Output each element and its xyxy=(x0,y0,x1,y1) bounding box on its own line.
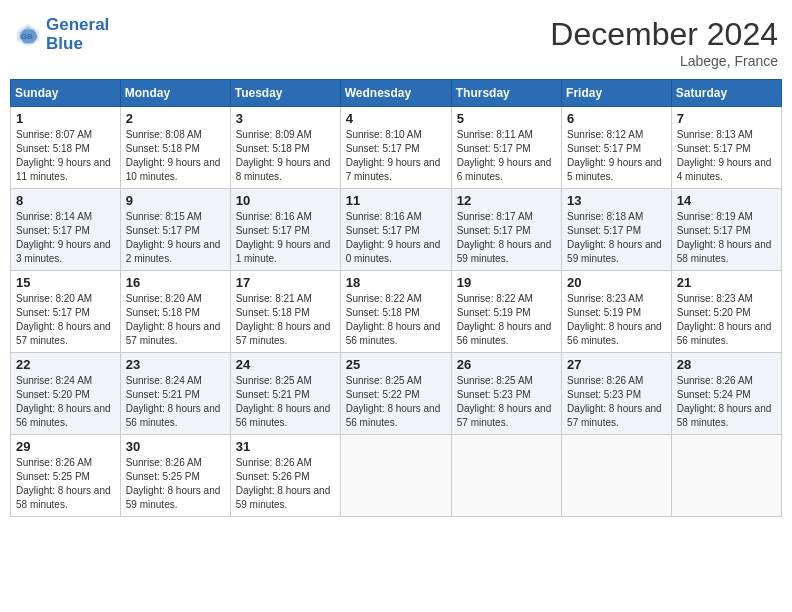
sunset-label: Sunset: 5:23 PM xyxy=(457,389,531,400)
day-info: Sunrise: 8:14 AM Sunset: 5:17 PM Dayligh… xyxy=(16,210,115,266)
header-tuesday: Tuesday xyxy=(230,80,340,107)
sunrise-label: Sunrise: 8:21 AM xyxy=(236,293,312,304)
sunrise-label: Sunrise: 8:10 AM xyxy=(346,129,422,140)
daylight-label: Daylight: 9 hours and 1 minute. xyxy=(236,239,331,264)
calendar-cell: 13 Sunrise: 8:18 AM Sunset: 5:17 PM Dayl… xyxy=(562,189,672,271)
calendar-cell: 10 Sunrise: 8:16 AM Sunset: 5:17 PM Dayl… xyxy=(230,189,340,271)
day-info: Sunrise: 8:20 AM Sunset: 5:18 PM Dayligh… xyxy=(126,292,225,348)
calendar-cell: 23 Sunrise: 8:24 AM Sunset: 5:21 PM Dayl… xyxy=(120,353,230,435)
day-info: Sunrise: 8:21 AM Sunset: 5:18 PM Dayligh… xyxy=(236,292,335,348)
sunrise-label: Sunrise: 8:26 AM xyxy=(236,457,312,468)
day-info: Sunrise: 8:25 AM Sunset: 5:23 PM Dayligh… xyxy=(457,374,556,430)
sunrise-label: Sunrise: 8:20 AM xyxy=(126,293,202,304)
calendar-cell: 11 Sunrise: 8:16 AM Sunset: 5:17 PM Dayl… xyxy=(340,189,451,271)
sunset-label: Sunset: 5:17 PM xyxy=(16,225,90,236)
calendar-cell: 21 Sunrise: 8:23 AM Sunset: 5:20 PM Dayl… xyxy=(671,271,781,353)
day-info: Sunrise: 8:07 AM Sunset: 5:18 PM Dayligh… xyxy=(16,128,115,184)
sunrise-label: Sunrise: 8:26 AM xyxy=(16,457,92,468)
sunset-label: Sunset: 5:17 PM xyxy=(236,225,310,236)
day-number: 28 xyxy=(677,357,776,372)
day-info: Sunrise: 8:19 AM Sunset: 5:17 PM Dayligh… xyxy=(677,210,776,266)
calendar-cell: 6 Sunrise: 8:12 AM Sunset: 5:17 PM Dayli… xyxy=(562,107,672,189)
sunrise-label: Sunrise: 8:18 AM xyxy=(567,211,643,222)
sunrise-label: Sunrise: 8:20 AM xyxy=(16,293,92,304)
day-number: 27 xyxy=(567,357,666,372)
day-number: 17 xyxy=(236,275,335,290)
sunset-label: Sunset: 5:18 PM xyxy=(126,143,200,154)
calendar-cell: 29 Sunrise: 8:26 AM Sunset: 5:25 PM Dayl… xyxy=(11,435,121,517)
sunrise-label: Sunrise: 8:26 AM xyxy=(677,375,753,386)
day-number: 30 xyxy=(126,439,225,454)
sunrise-label: Sunrise: 8:08 AM xyxy=(126,129,202,140)
day-info: Sunrise: 8:26 AM Sunset: 5:23 PM Dayligh… xyxy=(567,374,666,430)
sunrise-label: Sunrise: 8:26 AM xyxy=(567,375,643,386)
daylight-label: Daylight: 9 hours and 0 minutes. xyxy=(346,239,441,264)
daylight-label: Daylight: 9 hours and 7 minutes. xyxy=(346,157,441,182)
sunrise-label: Sunrise: 8:15 AM xyxy=(126,211,202,222)
calendar-cell: 12 Sunrise: 8:17 AM Sunset: 5:17 PM Dayl… xyxy=(451,189,561,271)
header-wednesday: Wednesday xyxy=(340,80,451,107)
calendar-cell: 17 Sunrise: 8:21 AM Sunset: 5:18 PM Dayl… xyxy=(230,271,340,353)
sunset-label: Sunset: 5:18 PM xyxy=(346,307,420,318)
day-number: 13 xyxy=(567,193,666,208)
sunset-label: Sunset: 5:18 PM xyxy=(236,307,310,318)
calendar-cell: 20 Sunrise: 8:23 AM Sunset: 5:19 PM Dayl… xyxy=(562,271,672,353)
sunset-label: Sunset: 5:17 PM xyxy=(567,143,641,154)
day-info: Sunrise: 8:11 AM Sunset: 5:17 PM Dayligh… xyxy=(457,128,556,184)
calendar-cell: 16 Sunrise: 8:20 AM Sunset: 5:18 PM Dayl… xyxy=(120,271,230,353)
logo-text: General Blue xyxy=(46,16,109,53)
day-number: 21 xyxy=(677,275,776,290)
calendar-cell xyxy=(340,435,451,517)
sunrise-label: Sunrise: 8:14 AM xyxy=(16,211,92,222)
sunrise-label: Sunrise: 8:26 AM xyxy=(126,457,202,468)
calendar-cell: 4 Sunrise: 8:10 AM Sunset: 5:17 PM Dayli… xyxy=(340,107,451,189)
sunrise-label: Sunrise: 8:13 AM xyxy=(677,129,753,140)
daylight-label: Daylight: 8 hours and 57 minutes. xyxy=(126,321,221,346)
logo: GB General Blue xyxy=(14,16,109,53)
weekday-header-row: SundayMondayTuesdayWednesdayThursdayFrid… xyxy=(11,80,782,107)
day-info: Sunrise: 8:26 AM Sunset: 5:25 PM Dayligh… xyxy=(16,456,115,512)
calendar-cell: 22 Sunrise: 8:24 AM Sunset: 5:20 PM Dayl… xyxy=(11,353,121,435)
daylight-label: Daylight: 9 hours and 4 minutes. xyxy=(677,157,772,182)
sunrise-label: Sunrise: 8:16 AM xyxy=(346,211,422,222)
calendar-cell xyxy=(562,435,672,517)
daylight-label: Daylight: 8 hours and 56 minutes. xyxy=(567,321,662,346)
calendar-cell: 28 Sunrise: 8:26 AM Sunset: 5:24 PM Dayl… xyxy=(671,353,781,435)
calendar-cell xyxy=(451,435,561,517)
day-number: 4 xyxy=(346,111,446,126)
sunset-label: Sunset: 5:23 PM xyxy=(567,389,641,400)
day-info: Sunrise: 8:23 AM Sunset: 5:19 PM Dayligh… xyxy=(567,292,666,348)
daylight-label: Daylight: 9 hours and 8 minutes. xyxy=(236,157,331,182)
day-info: Sunrise: 8:24 AM Sunset: 5:20 PM Dayligh… xyxy=(16,374,115,430)
week-row-5: 29 Sunrise: 8:26 AM Sunset: 5:25 PM Dayl… xyxy=(11,435,782,517)
calendar-cell: 5 Sunrise: 8:11 AM Sunset: 5:17 PM Dayli… xyxy=(451,107,561,189)
sunrise-label: Sunrise: 8:25 AM xyxy=(346,375,422,386)
day-number: 25 xyxy=(346,357,446,372)
day-number: 2 xyxy=(126,111,225,126)
day-number: 1 xyxy=(16,111,115,126)
day-info: Sunrise: 8:16 AM Sunset: 5:17 PM Dayligh… xyxy=(346,210,446,266)
day-number: 29 xyxy=(16,439,115,454)
sunset-label: Sunset: 5:18 PM xyxy=(236,143,310,154)
daylight-label: Daylight: 8 hours and 56 minutes. xyxy=(346,321,441,346)
day-info: Sunrise: 8:25 AM Sunset: 5:22 PM Dayligh… xyxy=(346,374,446,430)
calendar-cell: 9 Sunrise: 8:15 AM Sunset: 5:17 PM Dayli… xyxy=(120,189,230,271)
day-info: Sunrise: 8:09 AM Sunset: 5:18 PM Dayligh… xyxy=(236,128,335,184)
day-number: 10 xyxy=(236,193,335,208)
header-saturday: Saturday xyxy=(671,80,781,107)
day-info: Sunrise: 8:17 AM Sunset: 5:17 PM Dayligh… xyxy=(457,210,556,266)
sunrise-label: Sunrise: 8:16 AM xyxy=(236,211,312,222)
sunrise-label: Sunrise: 8:22 AM xyxy=(457,293,533,304)
calendar-cell: 8 Sunrise: 8:14 AM Sunset: 5:17 PM Dayli… xyxy=(11,189,121,271)
day-info: Sunrise: 8:15 AM Sunset: 5:17 PM Dayligh… xyxy=(126,210,225,266)
calendar-cell: 31 Sunrise: 8:26 AM Sunset: 5:26 PM Dayl… xyxy=(230,435,340,517)
calendar-cell: 24 Sunrise: 8:25 AM Sunset: 5:21 PM Dayl… xyxy=(230,353,340,435)
day-number: 12 xyxy=(457,193,556,208)
sunset-label: Sunset: 5:25 PM xyxy=(126,471,200,482)
sunrise-label: Sunrise: 8:25 AM xyxy=(236,375,312,386)
sunrise-label: Sunrise: 8:23 AM xyxy=(677,293,753,304)
sunrise-label: Sunrise: 8:09 AM xyxy=(236,129,312,140)
calendar-cell: 2 Sunrise: 8:08 AM Sunset: 5:18 PM Dayli… xyxy=(120,107,230,189)
day-number: 5 xyxy=(457,111,556,126)
calendar-cell: 26 Sunrise: 8:25 AM Sunset: 5:23 PM Dayl… xyxy=(451,353,561,435)
